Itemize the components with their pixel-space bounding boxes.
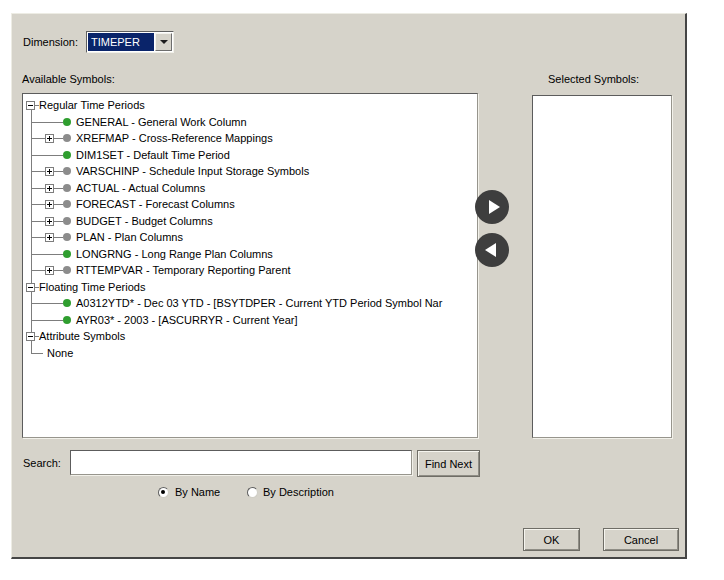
available-symbols-tree: Regular Time PeriodsGENERAL - General Wo… [23, 94, 477, 361]
search-input[interactable] [70, 450, 412, 475]
tree-connector [31, 122, 63, 123]
radio-by-name[interactable] [158, 487, 169, 498]
expander-bar [28, 336, 33, 337]
expander-bar [49, 219, 50, 224]
minus-expander-icon[interactable] [26, 283, 35, 292]
tree-item[interactable]: None [23, 345, 477, 362]
tree-connector [31, 254, 63, 255]
tree-item[interactable]: PLAN - Plan Columns [23, 229, 477, 246]
symbol-bullet-icon [63, 250, 71, 258]
selected-symbols-listbox[interactable] [532, 95, 672, 438]
symbol-bullet-icon [63, 134, 71, 142]
move-left-button[interactable] [475, 233, 509, 267]
tree-item-label: VARSCHINP - Schedule Input Storage Symbo… [76, 165, 309, 177]
tree-connector [31, 303, 63, 304]
available-symbols-label: Available Symbols: [22, 73, 115, 85]
move-right-button[interactable] [475, 190, 509, 224]
tree-item[interactable]: A0312YTD* - Dec 03 YTD - [BSYTDPER - Cur… [23, 295, 477, 312]
tree-item[interactable]: FORECAST - Forecast Columns [23, 196, 477, 213]
expander-bar [49, 136, 50, 141]
expander-bar [49, 268, 50, 273]
right-arrow-icon [489, 200, 500, 214]
tree-connector [31, 155, 63, 156]
cancel-button[interactable]: Cancel [603, 528, 679, 551]
plus-expander-icon[interactable] [45, 200, 54, 209]
dimension-label: Dimension: [23, 36, 78, 48]
minus-expander-icon[interactable] [26, 332, 35, 341]
tree-item[interactable]: RTTEMPVAR - Temporary Reporting Parent [23, 262, 477, 279]
tree-connector [31, 353, 43, 354]
cancel-label: Cancel [624, 534, 658, 546]
tree-item-label: XREFMAP - Cross-Reference Mappings [76, 132, 273, 144]
tree-item-label: RTTEMPVAR - Temporary Reporting Parent [76, 264, 291, 276]
plus-expander-icon[interactable] [45, 167, 54, 176]
dimension-selected-value: TIMEPER [88, 33, 154, 51]
tree-item[interactable]: BUDGET - Budget Columns [23, 213, 477, 230]
tree-item[interactable]: XREFMAP - Cross-Reference Mappings [23, 130, 477, 147]
tree-item-label: FORECAST - Forecast Columns [76, 198, 235, 210]
expander-bar [28, 105, 33, 106]
tree-item[interactable]: VARSCHINP - Schedule Input Storage Symbo… [23, 163, 477, 180]
tree-item[interactable]: GENERAL - General Work Column [23, 114, 477, 131]
plus-expander-icon[interactable] [45, 217, 54, 226]
find-next-label: Find Next [425, 458, 472, 470]
tree-connector [31, 320, 63, 321]
tree-item-label: Regular Time Periods [39, 99, 145, 111]
ok-button[interactable]: OK [523, 528, 580, 551]
tree-item[interactable]: Floating Time Periods [23, 279, 477, 296]
symbol-selection-dialog: Dimension: TIMEPER Available Symbols: Se… [11, 13, 687, 559]
symbol-bullet-icon [63, 151, 71, 159]
tree-item-label: DIM1SET - Default Time Period [76, 149, 230, 161]
tree-item-label: Attribute Symbols [39, 330, 125, 342]
available-symbols-listbox[interactable]: Regular Time PeriodsGENERAL - General Wo… [22, 93, 478, 438]
selected-symbols-label: Selected Symbols: [548, 73, 639, 85]
chevron-down-icon [160, 40, 168, 44]
tree-item[interactable]: ACTUAL - Actual Columns [23, 180, 477, 197]
tree-item[interactable]: DIM1SET - Default Time Period [23, 147, 477, 164]
plus-expander-icon[interactable] [45, 134, 54, 143]
expander-bar [49, 235, 50, 240]
expander-bar [49, 169, 50, 174]
tree-item[interactable]: Regular Time Periods [23, 97, 477, 114]
plus-expander-icon[interactable] [45, 184, 54, 193]
radio-by-name-label: By Name [175, 486, 220, 498]
symbol-bullet-icon [63, 200, 71, 208]
expander-bar [49, 186, 50, 191]
combo-dropdown-button[interactable] [155, 33, 172, 51]
symbol-bullet-icon [63, 316, 71, 324]
search-label: Search: [23, 457, 61, 469]
symbol-bullet-icon [63, 217, 71, 225]
radio-by-description-label: By Description [263, 486, 334, 498]
tree-item-label: GENERAL - General Work Column [76, 116, 247, 128]
tree-item-label: BUDGET - Budget Columns [76, 215, 213, 227]
screen: Dimension: TIMEPER Available Symbols: Se… [0, 0, 724, 580]
plus-expander-icon[interactable] [45, 266, 54, 275]
tree-item[interactable]: Attribute Symbols [23, 328, 477, 345]
symbol-bullet-icon [63, 233, 71, 241]
tree-item-label: PLAN - Plan Columns [76, 231, 183, 243]
tree-item-label: A0312YTD* - Dec 03 YTD - [BSYTDPER - Cur… [76, 297, 442, 309]
expander-bar [28, 287, 33, 288]
left-arrow-icon [485, 243, 496, 257]
tree-item[interactable]: LONGRNG - Long Range Plan Columns [23, 246, 477, 263]
tree-item-label: AYR03* - 2003 - [ASCURRYR - Current Year… [76, 314, 298, 326]
plus-expander-icon[interactable] [45, 233, 54, 242]
symbol-bullet-icon [63, 266, 71, 274]
find-next-button[interactable]: Find Next [417, 450, 480, 477]
symbol-bullet-icon [63, 184, 71, 192]
tree-item-label: ACTUAL - Actual Columns [76, 182, 205, 194]
expander-bar [49, 202, 50, 207]
radio-by-description[interactable] [247, 487, 258, 498]
symbol-bullet-icon [63, 118, 71, 126]
minus-expander-icon[interactable] [26, 101, 35, 110]
tree-item-label: None [47, 347, 73, 359]
dimension-combobox[interactable]: TIMEPER [86, 31, 174, 53]
tree-item-label: Floating Time Periods [39, 281, 145, 293]
tree-item[interactable]: AYR03* - 2003 - [ASCURRYR - Current Year… [23, 312, 477, 329]
symbol-bullet-icon [63, 299, 71, 307]
ok-label: OK [544, 534, 560, 546]
tree-item-label: LONGRNG - Long Range Plan Columns [76, 248, 273, 260]
symbol-bullet-icon [63, 167, 71, 175]
